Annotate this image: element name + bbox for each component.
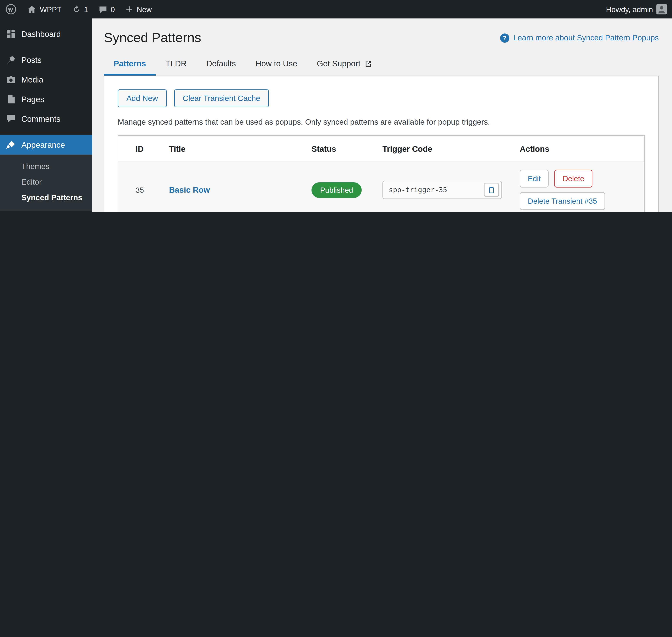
sidebar-item-label: Appearance xyxy=(21,140,87,149)
comments-count: 0 xyxy=(111,5,115,14)
updates-link[interactable]: 1 xyxy=(67,0,93,18)
sidebar-item-label: Comments xyxy=(21,114,87,124)
sidebar-item-appearance[interactable]: Appearance xyxy=(0,135,92,154)
dashboard-icon xyxy=(6,29,16,39)
external-link-icon xyxy=(365,60,372,67)
table-row: 35 Basic Row Published spp-trigger-35 xyxy=(118,162,644,212)
row-id: 35 xyxy=(135,186,169,194)
tab-defaults[interactable]: Defaults xyxy=(197,53,246,76)
sidebar-item-label: Dashboard xyxy=(21,30,87,39)
table-body: 35 Basic Row Published spp-trigger-35 xyxy=(118,162,644,212)
row-title-link[interactable]: Basic Row xyxy=(169,185,210,195)
comments-icon xyxy=(6,114,16,124)
submenu-item-synced-patterns[interactable]: Synced Patterns xyxy=(0,190,92,205)
tab-tldr[interactable]: TLDR xyxy=(156,53,197,76)
patterns-table: ID Title Status Trigger Code Actions 35 … xyxy=(118,135,645,212)
trigger-code-field[interactable]: spp-trigger-35 xyxy=(382,181,502,199)
delete-transient-button[interactable]: Delete Transient #35 xyxy=(520,192,605,210)
column-header-actions: Actions xyxy=(520,144,635,153)
pushpin-icon xyxy=(6,55,16,65)
site-name-link[interactable]: WPPT xyxy=(22,0,67,18)
avatar xyxy=(656,4,667,14)
learn-more-label: Learn more about Synced Pattern Popups xyxy=(513,34,659,42)
camera-icon xyxy=(6,74,16,85)
add-new-button[interactable]: Add New xyxy=(118,89,167,107)
learn-more-link[interactable]: Learn more about Synced Pattern Popups xyxy=(500,33,659,42)
clipboard-icon xyxy=(487,186,496,194)
new-content-link[interactable]: New xyxy=(120,0,157,18)
wordpress-admin: WPPT 1 0 New xyxy=(0,0,672,212)
sidebar-item-label: Posts xyxy=(21,55,87,65)
sidebar-item-posts[interactable]: Posts xyxy=(0,50,92,70)
column-header-trigger-code: Trigger Code xyxy=(382,144,520,153)
wordpress-menu[interactable] xyxy=(0,0,22,18)
admin-bar: WPPT 1 0 New xyxy=(0,0,672,18)
sidebar-item-label: Media xyxy=(21,75,87,84)
updates-count: 1 xyxy=(84,5,88,14)
home-icon xyxy=(27,5,36,14)
column-header-id: ID xyxy=(135,144,169,153)
sidebar-separator xyxy=(0,129,92,135)
comments-link[interactable]: 0 xyxy=(93,0,120,18)
tab-patterns[interactable]: Patterns xyxy=(104,53,156,76)
sidebar-separator xyxy=(0,44,92,50)
pages-icon xyxy=(6,94,16,105)
appearance-submenu: Themes Editor Synced Patterns xyxy=(0,154,92,211)
account-menu[interactable]: Howdy, admin xyxy=(601,4,672,14)
updates-icon xyxy=(72,5,80,14)
status-badge: Published xyxy=(312,182,362,198)
wordpress-logo-icon xyxy=(5,3,17,15)
page-title: Synced Patterns xyxy=(104,30,201,46)
plus-icon xyxy=(125,5,133,13)
column-header-status: Status xyxy=(312,144,382,153)
tab-how-to-use[interactable]: How to Use xyxy=(246,53,307,76)
copy-trigger-button[interactable] xyxy=(484,183,499,197)
column-header-title: Title xyxy=(169,144,312,153)
help-icon xyxy=(500,33,509,42)
page-description: Manage synced patterns that can be used … xyxy=(118,118,645,126)
clear-transient-cache-button[interactable]: Clear Transient Cache xyxy=(174,89,269,107)
sidebar-item-pages[interactable]: Pages xyxy=(0,89,92,109)
delete-button[interactable]: Delete xyxy=(555,170,592,187)
comment-bubble-icon xyxy=(98,5,107,14)
toolbar: Add New Clear Transient Cache xyxy=(118,89,645,107)
paintbrush-icon xyxy=(6,140,16,150)
sidebar-item-plugins[interactable]: Plugins 1 xyxy=(0,211,92,212)
submenu-item-themes[interactable]: Themes xyxy=(0,159,92,174)
new-label: New xyxy=(137,5,152,14)
tab-get-support[interactable]: Get Support xyxy=(307,53,382,76)
trigger-code: spp-trigger-35 xyxy=(389,186,447,194)
sidebar-item-media[interactable]: Media xyxy=(0,70,92,89)
admin-sidebar: Dashboard Posts Media xyxy=(0,18,92,212)
tab-bar: Patterns TLDR Defaults How to Use Get Su… xyxy=(104,53,659,76)
sidebar-item-dashboard[interactable]: Dashboard xyxy=(0,24,92,44)
submenu-item-editor[interactable]: Editor xyxy=(0,174,92,190)
site-name: WPPT xyxy=(40,5,61,14)
sidebar-item-comments[interactable]: Comments xyxy=(0,109,92,129)
edit-button[interactable]: Edit xyxy=(520,170,549,187)
sidebar-item-label: Pages xyxy=(21,95,87,104)
patterns-card: Add New Clear Transient Cache Manage syn… xyxy=(104,76,659,212)
main-content: Synced Patterns Learn more about Synced … xyxy=(92,18,672,212)
table-header-row: ID Title Status Trigger Code Actions xyxy=(118,135,644,162)
howdy-text: Howdy, admin xyxy=(606,5,653,14)
